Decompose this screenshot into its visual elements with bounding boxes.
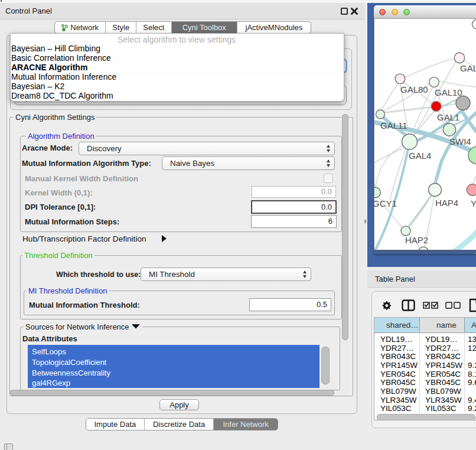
svg-text:HAP4: HAP4	[435, 198, 458, 208]
svg-text:HAP2: HAP2	[405, 235, 428, 245]
svg-text:GAL1: GAL1	[437, 112, 459, 122]
svg-text:GAL80: GAL80	[400, 84, 428, 94]
svg-text:GCY1: GCY1	[374, 198, 397, 208]
svg-text:Y: Y	[471, 198, 476, 208]
svg-text:GAL11: GAL11	[380, 120, 407, 131]
svg-text:GAL4: GAL4	[409, 151, 431, 161]
svg-text:GAL10: GAL10	[435, 87, 462, 97]
svg-text:SWI4: SWI4	[449, 136, 471, 146]
svg-text:GAL2: GAL2	[460, 63, 476, 73]
